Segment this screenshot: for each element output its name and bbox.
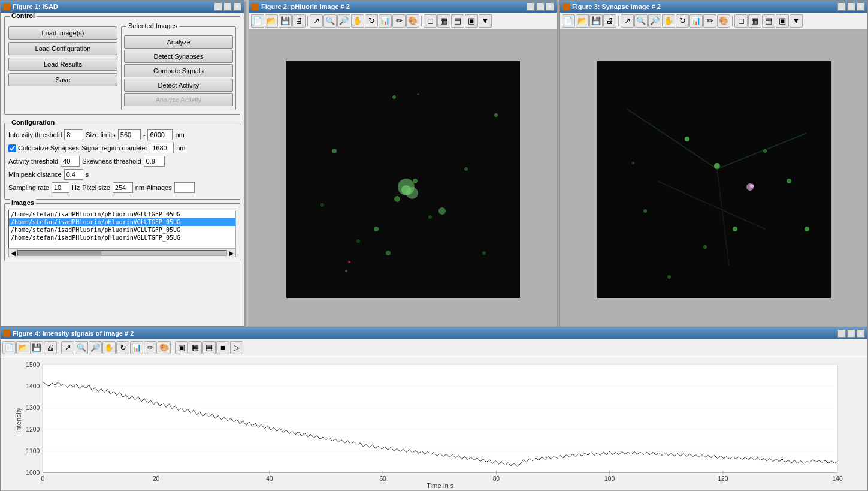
fig4-tb-zoom-out[interactable]: 🔎: [89, 341, 102, 354]
tb-arrow[interactable]: ▼: [479, 14, 492, 28]
tb-plot2[interactable]: ▤: [451, 14, 464, 28]
fig1-title: Figure 1: ISAD: [13, 3, 58, 10]
images-listbox[interactable]: /home/stefan/isadPHluorin/pHluorinVGLUTG…: [8, 210, 236, 249]
tb-brush[interactable]: ✏: [392, 14, 406, 28]
fig4-tb-data[interactable]: 📊: [130, 341, 143, 354]
fig1-close[interactable]: ×: [233, 2, 241, 11]
fig3-tb-plot1[interactable]: ▦: [748, 14, 761, 28]
fig4-maximize[interactable]: □: [847, 329, 855, 338]
intensity-threshold-input[interactable]: [64, 129, 83, 140]
fig3-maximize[interactable]: □: [847, 2, 855, 11]
tb-data[interactable]: 📊: [379, 14, 392, 28]
fig3-tb-pan[interactable]: ✋: [662, 14, 675, 28]
hscroll-left[interactable]: ◀: [9, 249, 17, 257]
fig4-tb-save[interactable]: 💾: [30, 341, 43, 354]
skewness-input[interactable]: [144, 156, 165, 167]
fig3-close[interactable]: ×: [857, 2, 865, 11]
images-hscroll[interactable]: ◀ ▶: [8, 249, 236, 257]
fig4-tb-color[interactable]: 🎨: [158, 341, 171, 354]
fig4-tb-open[interactable]: 📂: [16, 341, 29, 354]
save-button[interactable]: Save: [8, 73, 117, 86]
fig4-tb-play[interactable]: ▷: [230, 341, 243, 354]
hscroll-right[interactable]: ▶: [227, 249, 235, 257]
fig3-tb-data[interactable]: 📊: [689, 14, 703, 28]
tb-new[interactable]: 📄: [251, 14, 264, 28]
fig3-tb-open[interactable]: 📂: [576, 14, 589, 28]
fig4-tb-pan[interactable]: ✋: [102, 341, 116, 354]
svg-point-25: [685, 137, 689, 141]
fig4-tb-p2[interactable]: ▤: [202, 341, 216, 354]
fig3-tb-fig[interactable]: ◻: [734, 14, 748, 28]
tb-zoom-in[interactable]: 🔍: [323, 14, 337, 28]
tb-plot3[interactable]: ▣: [465, 14, 478, 28]
list-item-3[interactable]: /home/stefan/isadPHluorin/pHluorinVGLUTG…: [9, 234, 235, 242]
fig3-tb-color[interactable]: 🎨: [717, 14, 730, 28]
list-item-1[interactable]: /home/stefan/isadPHluorin/pHluorinVGLUTG…: [9, 218, 235, 226]
tb-color[interactable]: 🎨: [406, 14, 419, 28]
matlab-icon: [3, 3, 10, 10]
tb-zoom-out[interactable]: 🔎: [337, 14, 350, 28]
fig3-tb-print[interactable]: 🖨: [603, 14, 616, 28]
tb-save[interactable]: 💾: [279, 14, 292, 28]
fig3-tb-new[interactable]: 📄: [562, 14, 575, 28]
fig4-close[interactable]: ×: [857, 329, 865, 338]
fig3-tb-zoom-out[interactable]: 🔎: [648, 14, 661, 28]
fig3-tb-plot2[interactable]: ▤: [762, 14, 775, 28]
num-images-input[interactable]: [174, 182, 195, 193]
fig3-tb-rotate[interactable]: ↻: [676, 14, 689, 28]
tb-fig[interactable]: ◻: [424, 14, 437, 28]
hscroll-track[interactable]: [17, 250, 227, 256]
size-min-input[interactable]: [118, 129, 141, 140]
fig4-tb-brush[interactable]: ✏: [144, 341, 157, 354]
signal-region-input[interactable]: [150, 143, 174, 153]
fig3-tb-brush[interactable]: ✏: [703, 14, 716, 28]
tb-print[interactable]: 🖨: [292, 14, 306, 28]
fig4-tb-select[interactable]: ↗: [61, 341, 74, 354]
fig4-minimize[interactable]: _: [837, 329, 846, 338]
compute-signals-button[interactable]: Compute Signals: [124, 64, 233, 77]
fig4-tb-p1[interactable]: ▦: [189, 341, 202, 354]
fig4-tb-print[interactable]: 🖨: [44, 341, 57, 354]
tb-sep1: [307, 16, 308, 26]
min-peak-input[interactable]: [64, 169, 83, 180]
activity-threshold-input[interactable]: [61, 156, 80, 167]
load-results-button[interactable]: Load Results: [8, 58, 117, 71]
tb-select[interactable]: ↗: [310, 14, 323, 28]
fig3-window: Figure 3: Synapse image # 2 _ □ × 📄 📂 💾 …: [559, 0, 868, 327]
fig2-minimize[interactable]: _: [527, 2, 535, 11]
fig1-maximize[interactable]: □: [223, 2, 232, 11]
size-max-input[interactable]: [147, 129, 173, 140]
tb-plot1[interactable]: ▦: [437, 14, 450, 28]
fig4-tb-zoom-in[interactable]: 🔍: [75, 341, 88, 354]
fig3-tb-plot3[interactable]: ▣: [776, 14, 789, 28]
fig3-minimize[interactable]: _: [837, 2, 846, 11]
tb-rotate[interactable]: ↻: [365, 14, 378, 28]
hscroll-thumb[interactable]: [18, 251, 101, 255]
fig2-close[interactable]: ×: [546, 2, 554, 11]
detect-activity-button[interactable]: Detect Activity: [124, 79, 233, 92]
fig3-tb-arrow[interactable]: ▼: [790, 14, 803, 28]
tb-pan[interactable]: ✋: [351, 14, 364, 28]
list-item-0[interactable]: /home/stefan/isadPHluorin/pHluorinVGLUTG…: [9, 210, 235, 218]
load-images-button[interactable]: Load Image(s): [8, 26, 117, 40]
fig1-minimize[interactable]: _: [214, 2, 222, 11]
fig4-tb-rotate[interactable]: ↻: [116, 341, 129, 354]
colocalize-checkbox-label[interactable]: Colocalize Synapses: [8, 144, 79, 152]
fig3-tb-zoom-in[interactable]: 🔍: [634, 14, 648, 28]
sampling-rate-input[interactable]: [52, 182, 69, 193]
analyze-activity-button[interactable]: Analyze Activity: [124, 93, 233, 106]
pixel-size-input[interactable]: [113, 182, 133, 193]
tb-open[interactable]: 📂: [265, 14, 278, 28]
load-config-button[interactable]: Load Configuration: [8, 42, 117, 55]
fig4-tb-stop[interactable]: ■: [216, 341, 229, 354]
list-item-2[interactable]: /home/stefan/isadPHluorin/pHluorinVGLUTG…: [9, 226, 235, 234]
analyze-button[interactable]: Analyze: [124, 35, 233, 49]
fig4-tb-full[interactable]: ▣: [175, 341, 188, 354]
detect-synapses-button[interactable]: Detect Synapses: [124, 50, 233, 63]
fig2-maximize[interactable]: □: [536, 2, 545, 11]
fig3-tb-select[interactable]: ↗: [621, 14, 634, 28]
fig3-tb-save[interactable]: 💾: [589, 14, 603, 28]
fig4-tb-new[interactable]: 📄: [2, 341, 16, 354]
colocalize-checkbox[interactable]: [8, 144, 16, 152]
svg-point-31: [643, 209, 647, 213]
